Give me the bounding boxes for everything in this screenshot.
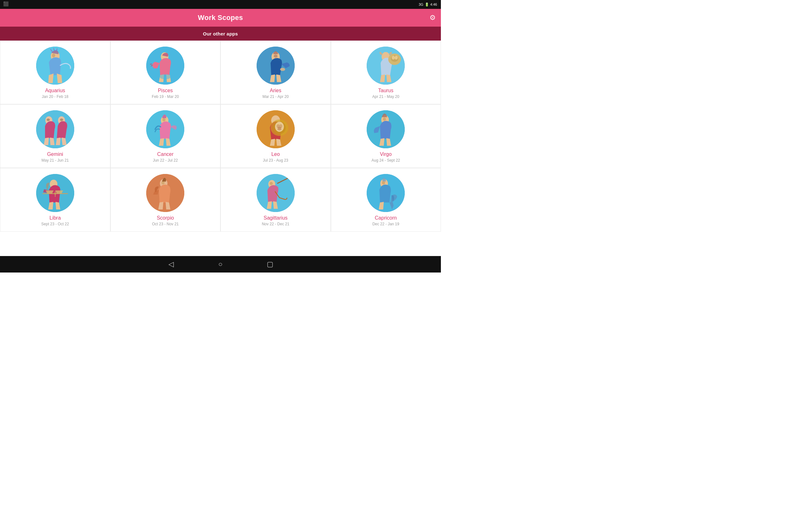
svg-point-31: [277, 127, 281, 129]
battery-indicator: 🔋: [425, 3, 429, 7]
svg-point-16: [36, 110, 74, 148]
zodiac-cell-aries[interactable]: AriesMar 21 - Apr 20: [220, 41, 331, 104]
zodiac-avatar-virgo: [367, 110, 405, 148]
zodiac-grid: AquariusJan 20 - Feb 18 PiscesFeb 19 - M…: [0, 41, 441, 232]
back-button[interactable]: ◁: [165, 259, 177, 270]
zodiac-avatar-aries: [257, 47, 295, 84]
zodiac-dates-capricorn: Dec 22 - Jan 19: [372, 222, 399, 226]
zodiac-dates-libra: Sept 23 - Oct 22: [41, 222, 69, 226]
zodiac-name-aries: Aries: [270, 88, 281, 94]
zodiac-cell-scorpio[interactable]: ScorpioOct 23 - Nov 21: [110, 168, 221, 232]
zodiac-cell-capricorn[interactable]: CapricornDec 22 - Jan 19: [331, 168, 441, 232]
zodiac-dates-aquarius: Jan 20 - Feb 18: [42, 95, 68, 99]
svg-point-19: [47, 118, 50, 121]
bottom-nav: ◁ ○ ▢: [0, 256, 441, 273]
zodiac-avatar-pisces: [146, 47, 184, 84]
zodiac-name-aquarius: Aquarius: [45, 88, 65, 94]
zodiac-name-scorpio: Scorpio: [157, 215, 174, 221]
zodiac-dates-taurus: Apr 21 - May 20: [372, 95, 399, 99]
svg-point-46: [270, 182, 273, 185]
zodiac-avatar-cancer: [146, 110, 184, 148]
zodiac-avatar-aquarius: [36, 47, 74, 84]
app-title: Work Scopes: [198, 14, 243, 22]
zodiac-name-pisces: Pisces: [158, 88, 173, 94]
zodiac-name-sagittarius: Sagittarius: [264, 215, 288, 221]
zodiac-avatar-scorpio: [146, 174, 184, 212]
zodiac-dates-virgo: Aug 24 - Sept 22: [371, 158, 400, 163]
zodiac-name-taurus: Taurus: [378, 88, 393, 94]
svg-point-23: [162, 118, 165, 121]
zodiac-avatar-sagittarius: [257, 174, 295, 212]
zodiac-dates-leo: Jul 23 - Aug 23: [263, 158, 288, 163]
zodiac-cell-gemini[interactable]: GeminiMay 21 - Jun 21: [0, 104, 110, 168]
zodiac-cell-leo[interactable]: LeoJul 23 - Aug 23: [220, 104, 331, 168]
zodiac-name-virgo: Virgo: [380, 152, 392, 157]
svg-point-20: [60, 118, 63, 121]
status-bar: ⬛ 3G 🔋 4:46: [0, 0, 441, 9]
svg-point-34: [383, 118, 386, 121]
zodiac-dates-aries: Mar 21 - Apr 20: [262, 95, 289, 99]
zodiac-name-capricorn: Capricorn: [375, 215, 397, 221]
svg-point-15: [395, 56, 398, 60]
status-icons: 3G 🔋 4:46: [419, 3, 437, 7]
zodiac-dates-scorpio: Oct 23 - Nov 21: [152, 222, 179, 226]
zodiac-cell-virgo[interactable]: VirgoAug 24 - Sept 22: [331, 104, 441, 168]
svg-point-49: [382, 181, 385, 184]
svg-point-9: [280, 68, 285, 71]
zodiac-cell-cancer[interactable]: CancerJun 22 - Jul 22: [110, 104, 221, 168]
zodiac-name-cancer: Cancer: [157, 152, 173, 157]
zodiac-avatar-capricorn: [367, 174, 405, 212]
home-button[interactable]: ○: [215, 259, 226, 270]
svg-point-8: [274, 55, 277, 58]
zodiac-dates-gemini: May 21 - Jun 21: [42, 158, 69, 163]
app-icon: ⬛: [3, 1, 9, 6]
zodiac-cell-libra[interactable]: LibraSept 23 - Oct 22: [0, 168, 110, 232]
svg-point-14: [392, 56, 395, 60]
zodiac-avatar-gemini: [36, 110, 74, 148]
settings-button[interactable]: ⚙: [429, 14, 436, 22]
zodiac-cell-pisces[interactable]: PiscesFeb 19 - Mar 20: [110, 41, 221, 104]
svg-point-5: [159, 74, 171, 79]
zodiac-avatar-leo: [257, 110, 295, 148]
top-bar: Work Scopes ⚙: [0, 9, 441, 26]
zodiac-cell-aquarius[interactable]: AquariusJan 20 - Feb 18: [0, 41, 110, 104]
zodiac-avatar-libra: [36, 174, 74, 212]
sub-bar-text: Our other apps: [203, 31, 238, 37]
zodiac-avatar-taurus: [367, 47, 405, 84]
zodiac-name-leo: Leo: [271, 152, 280, 157]
signal-indicator: 3G: [419, 3, 423, 6]
sub-bar: Our other apps: [0, 26, 441, 41]
zodiac-cell-taurus[interactable]: TaurusApr 21 - May 20: [331, 41, 441, 104]
time-display: 4:46: [430, 3, 437, 6]
svg-point-42: [161, 181, 165, 184]
zodiac-dates-cancer: Jun 22 - Jul 22: [153, 158, 178, 163]
svg-point-2: [52, 54, 55, 57]
zodiac-dates-sagittarius: Nov 22 - Dec 21: [262, 222, 289, 226]
zodiac-dates-pisces: Feb 19 - Mar 20: [152, 95, 179, 99]
recent-apps-button[interactable]: ▢: [264, 259, 275, 270]
zodiac-cell-sagittarius[interactable]: SagittariusNov 22 - Dec 21: [220, 168, 331, 232]
zodiac-name-libra: Libra: [49, 215, 61, 221]
zodiac-name-gemini: Gemini: [47, 152, 63, 157]
